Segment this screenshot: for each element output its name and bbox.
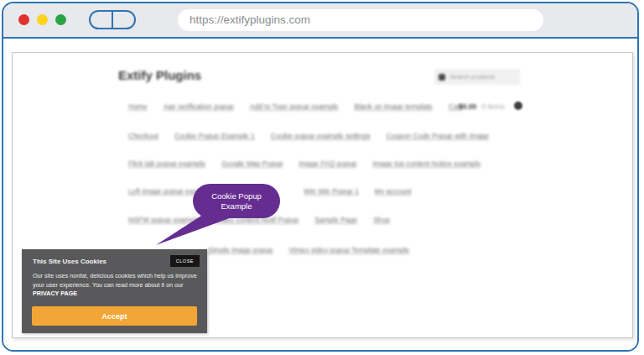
browser-viewport: Extify Plugins Search products Home Age … [3,39,637,350]
nav-link[interactable]: Image FAQ popup [299,159,356,168]
nav-link[interactable]: My account [375,187,411,196]
cart-count: 0 items [481,102,504,111]
nav-link[interactable]: Sample Page [314,216,357,224]
nav-link[interactable]: Vimeo video popup Template example [289,246,410,254]
nav-link[interactable]: Checkout [128,132,158,140]
nav-link[interactable]: Add to Type popup example [250,102,339,111]
nav-link[interactable]: Image top content Notice example [372,159,480,168]
search-icon [439,74,445,81]
callout-label-line1: Cookie Popup [211,191,262,201]
screenshot-stage: https://extifyplugins.com Extify Plugins… [0,0,644,355]
back-button[interactable] [91,12,113,28]
address-bar[interactable]: https://extifyplugins.com [178,9,543,31]
browser-toolbar: https://extifyplugins.com [3,3,637,39]
cookie-banner-body: Our site uses nonfat, delicious cookies … [33,272,197,299]
nav-link[interactable]: Blank on image template [355,102,434,111]
callout-bubble: Cookie Popup Example [193,184,280,218]
nav-link[interactable]: Win Win Popup 1 [304,187,359,196]
cart-icon[interactable] [514,102,522,110]
nav-link[interactable]: Flick tab popup example [128,159,205,168]
nav-row-1: Home Age verification popup Add to Type … [128,102,462,111]
browser-window: https://extifyplugins.com Extify Plugins… [2,2,639,352]
cart-total: $0.00 [459,102,476,111]
back-forward-control [89,10,136,29]
search-placeholder: Search products [449,73,496,81]
forward-button[interactable] [113,12,134,28]
cookie-body-text-2: experience. You can read more about it o… [60,281,183,289]
window-maximize-dot[interactable] [55,14,66,25]
site-title: Extify Plugins [118,68,201,82]
nav-link[interactable]: Shop [373,216,390,224]
nav-row-3: Flick tab popup example Google Map Popup… [128,159,480,168]
search-box[interactable]: Search products [434,69,520,85]
privacy-page-link[interactable]: PRIVACY PAGE [33,290,77,297]
nav-link[interactable]: Home [128,102,148,111]
cookie-banner: This Site Uses Cookies CLOSE Our site us… [22,249,207,333]
nav-link[interactable]: Cookie popup example settings [271,132,371,140]
nav-link[interactable]: Cookie Popup Example 1 [174,132,255,140]
cookie-banner-title: This Site Uses Cookies [33,258,106,265]
cart-summary[interactable]: $0.00 0 items [459,102,505,111]
nav-link[interactable]: Age verification popup [164,102,234,111]
cookie-close-button[interactable]: CLOSE [170,255,200,267]
nav-row-2: Checkout Cookie Popup Example 1 Cookie p… [128,132,489,140]
cookie-accept-button[interactable]: Accept [32,306,197,326]
nav-link[interactable]: Coupon Code Popup with Image [386,132,489,140]
window-minimize-dot[interactable] [37,14,48,25]
window-close-dot[interactable] [18,14,29,25]
callout-label-line2: Example [211,201,262,211]
nav-link[interactable]: Google Map Popup [221,159,283,168]
